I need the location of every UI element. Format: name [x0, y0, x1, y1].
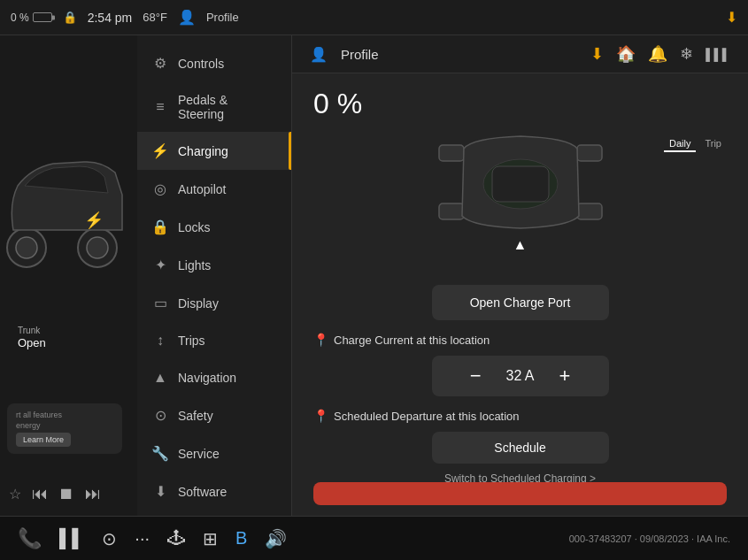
person-icon: 👤	[178, 9, 196, 26]
trunk-status: Open	[18, 336, 46, 349]
scheduled-departure-text: Scheduled Departure at this location	[334, 410, 520, 423]
stop-button[interactable]: ⏹	[58, 485, 74, 503]
svg-point-1	[16, 237, 37, 258]
car-left-svg: ⚡	[0, 106, 128, 283]
svg-rect-5	[439, 145, 464, 161]
controller-icon[interactable]: 🕹	[167, 528, 185, 548]
sidebar-item-lights[interactable]: ✦ Lights	[137, 246, 291, 284]
trip-tab[interactable]: Trip	[699, 136, 727, 152]
switch-charging-link[interactable]: Switch to Scheduled Charging >	[313, 472, 727, 482]
sidebar-item-display[interactable]: ▭ Display	[137, 284, 291, 322]
sidebar-item-controls[interactable]: ⚙ Controls	[137, 44, 291, 82]
trip-tabs: Daily Trip	[664, 136, 727, 152]
display-icon: ▭	[151, 295, 169, 311]
car-top-view-svg	[423, 129, 618, 235]
status-bar: 0 % 🔒 2:54 pm 68°F 👤 Profile ⬇	[0, 0, 748, 35]
status-profile[interactable]: Profile	[206, 11, 239, 24]
header-profile-label: Profile	[341, 47, 379, 62]
download-icon[interactable]: ⬇	[590, 44, 604, 64]
sidebar-label-display: Display	[178, 296, 219, 311]
media-controls: ☆ ⏮ ⏹ ⏭	[0, 472, 137, 516]
car-svg-wrapper: Daily Trip	[313, 129, 727, 235]
charge-current-text: Charge Current at this location	[334, 334, 490, 347]
sidebar-item-pedals[interactable]: ≡ Pedals & Steering	[137, 82, 291, 132]
device-info: 000-37483207 · 09/08/2023 · IAA Inc.	[569, 533, 730, 544]
navigation-icon: ▲	[151, 370, 169, 386]
sidebar-label-navigation: Navigation	[178, 371, 236, 385]
controls-icon: ⚙	[151, 55, 169, 72]
header-icon-group: ⬇ 🏠 🔔 ❄ ▌▌▌	[590, 44, 730, 64]
phone-icon[interactable]: 📞	[18, 527, 42, 550]
bell-icon[interactable]: 🔔	[648, 44, 667, 64]
sidebar-item-charging[interactable]: ⚡ Charging	[137, 132, 291, 170]
sidebar-item-software[interactable]: ⬇ Software	[137, 472, 291, 510]
charging-icon: ⚡	[151, 142, 169, 159]
snowflake-icon[interactable]: ❄	[680, 44, 693, 64]
volume-icon[interactable]: 🔊	[265, 528, 287, 549]
signal-icon: ▌▌▌	[706, 48, 730, 61]
locks-icon: 🔒	[151, 219, 169, 235]
sidebar-label-autopilot: Autopilot	[178, 182, 226, 196]
red-button-container	[292, 482, 748, 516]
favorite-icon[interactable]: ☆	[9, 486, 21, 502]
home-icon[interactable]: 🏠	[616, 44, 636, 64]
header-person-icon: 👤	[310, 46, 328, 63]
status-time: 2:54 pm	[88, 11, 133, 25]
scheduled-departure-label: 📍 Scheduled Departure at this location	[313, 409, 727, 423]
battery-indicator: 0 %	[11, 12, 52, 24]
left-panel: ⚡ Trunk Open rt all features energy Lear…	[0, 35, 137, 516]
trunk-label: Trunk	[18, 326, 40, 335]
all-features-subtitle: energy	[16, 421, 113, 430]
service-icon: 🔧	[151, 445, 169, 462]
sidebar-item-locks[interactable]: 🔒 Locks	[137, 208, 291, 246]
sidebar: ⚙ Controls ≡ Pedals & Steering ⚡ Chargin…	[137, 35, 292, 516]
red-action-button[interactable]	[313, 482, 727, 505]
trips-icon: ↕	[151, 333, 169, 349]
increase-current-button[interactable]: +	[552, 364, 578, 387]
car-direction-arrow: ▲	[313, 237, 727, 253]
all-features-banner: rt all features energy Learn More	[7, 403, 122, 454]
content-header: 👤 Profile ⬇ 🏠 🔔 ❄ ▌▌▌	[292, 35, 748, 73]
status-temp: 68°F	[143, 11, 167, 24]
lock-icon: 🔒	[63, 11, 77, 24]
daily-tab[interactable]: Daily	[664, 136, 696, 152]
sidebar-label-charging: Charging	[178, 144, 228, 158]
more-icon[interactable]: ···	[135, 528, 150, 548]
pin-icon-2: 📍	[313, 409, 328, 423]
next-button[interactable]: ⏭	[85, 485, 101, 503]
sidebar-item-safety[interactable]: ⊙ Safety	[137, 396, 291, 434]
grid-icon[interactable]: ⊞	[203, 528, 218, 549]
sidebar-label-locks: Locks	[178, 220, 211, 234]
sidebar-item-trips[interactable]: ↕ Trips	[137, 322, 291, 359]
decrease-current-button[interactable]: −	[463, 364, 489, 387]
car-diagram-container: Daily Trip ▲	[313, 129, 727, 271]
open-charge-port-button[interactable]: Open Charge Port	[432, 285, 609, 320]
car-left-view: ⚡	[0, 106, 128, 283]
autopilot-icon: ◎	[151, 180, 169, 197]
sidebar-item-autopilot[interactable]: ◎ Autopilot	[137, 170, 291, 208]
taskbar: 📞 ▌▌ ⊙ ··· 🕹 ⊞ B 🔊 000-37483207 · 09/08/…	[0, 516, 748, 560]
audio-icon[interactable]: ▌▌	[59, 528, 84, 548]
sidebar-item-navigation[interactable]: ▲ Navigation	[137, 359, 291, 396]
lights-icon: ✦	[151, 257, 169, 273]
svg-rect-6	[577, 145, 602, 161]
prev-button[interactable]: ⏮	[32, 485, 48, 503]
content-area: 👤 Profile ⬇ 🏠 🔔 ❄ ▌▌▌ 0 %	[292, 35, 748, 516]
sidebar-label-lights: Lights	[178, 258, 211, 272]
sidebar-label-trips: Trips	[178, 334, 205, 348]
camera-icon[interactable]: ⊙	[102, 528, 117, 549]
sidebar-item-service[interactable]: 🔧 Service	[137, 434, 291, 472]
sidebar-label-service: Service	[178, 447, 220, 461]
bluetooth-icon[interactable]: B	[235, 528, 247, 548]
main-container: ⚡ Trunk Open rt all features energy Lear…	[0, 35, 748, 516]
schedule-button[interactable]: Schedule	[432, 432, 609, 464]
battery-percent-display: 0 %	[313, 88, 727, 120]
upload-icon: ⬇	[726, 9, 737, 26]
current-value-display: 32 A	[505, 368, 534, 384]
learn-more-button[interactable]: Learn More	[16, 433, 71, 447]
charge-current-label: 📍 Charge Current at this location	[313, 333, 727, 347]
battery-icon	[33, 12, 52, 22]
battery-percent: 0 %	[11, 12, 29, 24]
sidebar-label-pedals: Pedals & Steering	[178, 93, 277, 121]
sidebar-label-controls: Controls	[178, 57, 224, 71]
